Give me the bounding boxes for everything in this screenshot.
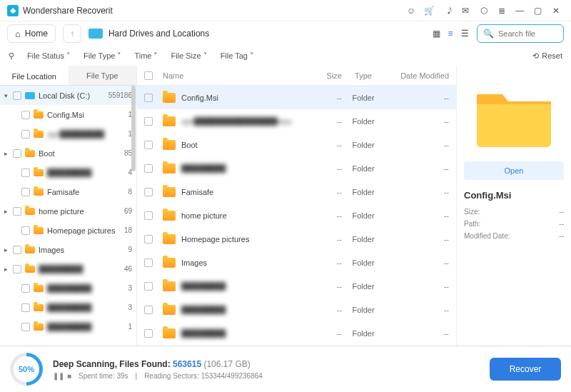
progress-ring: 50% — [10, 353, 43, 386]
filter-icon[interactable]: ⚲ — [9, 51, 14, 61]
view-grid-icon[interactable]: ▦ — [431, 29, 441, 39]
checkbox[interactable] — [21, 303, 30, 312]
recover-button[interactable]: Recover — [490, 358, 561, 381]
row-checkbox[interactable] — [144, 188, 153, 196]
folder-icon — [163, 234, 176, 244]
checkbox[interactable] — [21, 111, 30, 119]
breadcrumb[interactable]: Hard Drives and Locations — [89, 29, 209, 39]
list-row[interactable]: Famisafe--Folder-- — [137, 180, 456, 203]
expand-icon[interactable]: ▸ — [4, 208, 11, 215]
filter-size[interactable]: File Size ˅ — [171, 51, 207, 61]
tree-row[interactable]: ████████3 — [0, 278, 136, 298]
tree-row[interactable]: ▸████████46 — [0, 259, 136, 278]
row-checkbox[interactable] — [144, 117, 153, 126]
home-button[interactable]: ⌂ Home — [7, 24, 56, 43]
tree-row[interactable]: Config.Msi1 — [0, 105, 136, 124]
filter-tag[interactable]: File Tag ˅ — [221, 51, 254, 61]
filter-time[interactable]: Time ˅ — [134, 51, 158, 61]
select-all-checkbox[interactable] — [144, 71, 153, 80]
tree-row[interactable]: ▸home picture69 — [0, 201, 136, 221]
tree-row[interactable]: ▸Images9 — [0, 240, 136, 259]
minimize-icon[interactable]: — — [512, 3, 527, 19]
row-checkbox[interactable] — [144, 258, 153, 267]
list-row[interactable]: Images--Folder-- — [137, 251, 456, 274]
checkbox[interactable] — [21, 130, 30, 139]
list-row[interactable]: ████████--Folder-- — [137, 321, 456, 345]
expand-icon[interactable]: ▸ — [4, 150, 11, 157]
pause-icon[interactable]: ❚❚ — [53, 372, 64, 380]
checkbox[interactable] — [21, 188, 30, 196]
row-date: -- — [385, 235, 449, 243]
list-row[interactable]: Boot--Folder-- — [137, 133, 456, 156]
row-checkbox[interactable] — [144, 94, 153, 102]
col-date[interactable]: Date Modified — [385, 71, 449, 80]
filter-status[interactable]: File Status ˅ — [27, 51, 71, 61]
list-row[interactable]: Config.Msi--Folder-- — [137, 86, 456, 109]
cart-icon[interactable]: 🛒 — [422, 3, 438, 19]
col-name[interactable]: Name — [163, 71, 306, 80]
tree-row[interactable]: ████████3 — [0, 298, 136, 317]
scrollbar-thumb[interactable] — [131, 86, 136, 171]
row-checkbox[interactable] — [144, 282, 153, 291]
maximize-icon[interactable]: ▢ — [530, 3, 546, 19]
row-checkbox[interactable] — [144, 329, 153, 338]
folder-icon — [163, 281, 176, 291]
tree-row[interactable]: ▸Boot85 — [0, 144, 136, 163]
search-input[interactable] — [498, 29, 555, 38]
filter-type[interactable]: File Type ˅ — [84, 51, 121, 61]
folder-icon — [163, 328, 176, 338]
tree-row[interactable]: ████████4 — [0, 163, 136, 182]
tree-row[interactable]: Homepage pictures18 — [0, 221, 136, 240]
view-compact-icon[interactable]: ☰ — [460, 29, 470, 39]
scrollbar[interactable] — [131, 86, 136, 346]
mail-icon[interactable]: ✉ — [458, 3, 473, 19]
checkbox[interactable] — [21, 169, 30, 177]
row-name: Boot — [181, 141, 306, 149]
tab-file-type[interactable]: File Type — [69, 66, 137, 85]
tree-row[interactable]: ▾Local Disk (C:)559186 — [0, 86, 136, 105]
row-checkbox[interactable] — [144, 306, 153, 314]
cube-icon[interactable]: ⬡ — [476, 3, 492, 19]
tree-row[interactable]: vpn████████1 — [0, 124, 136, 144]
expand-icon[interactable]: ▸ — [4, 266, 11, 273]
close-icon[interactable]: ✕ — [548, 3, 564, 19]
row-type: Folder — [342, 306, 385, 314]
row-checkbox[interactable] — [144, 141, 153, 149]
expand-icon[interactable]: ▾ — [4, 92, 11, 99]
checkbox[interactable] — [13, 265, 21, 273]
checkbox[interactable] — [21, 226, 30, 235]
tree-label: home picture — [39, 207, 121, 216]
list-row[interactable]: ████████--Folder-- — [137, 298, 456, 321]
list-icon[interactable]: ≣ — [494, 3, 510, 19]
up-button[interactable]: ↑ — [63, 24, 81, 43]
headset-icon[interactable]: 𝅘𝅥𝅮 — [440, 3, 455, 19]
tree-label: ████████ — [47, 303, 125, 312]
tree-row[interactable]: Famisafe8 — [0, 182, 136, 201]
row-date: -- — [385, 188, 449, 196]
list-row[interactable]: Homepage pictures--Folder-- — [137, 227, 456, 251]
checkbox[interactable] — [13, 91, 21, 100]
row-checkbox[interactable] — [144, 164, 153, 173]
open-button[interactable]: Open — [464, 161, 564, 180]
search-box[interactable]: 🔍 — [477, 24, 564, 43]
tab-file-location[interactable]: File Location — [0, 66, 69, 85]
stop-icon[interactable]: ■ — [67, 372, 71, 380]
list-row[interactable]: ████████--Folder-- — [137, 274, 456, 298]
checkbox[interactable] — [13, 149, 21, 158]
expand-icon[interactable]: ▸ — [4, 246, 11, 253]
checkbox[interactable] — [21, 284, 30, 293]
col-type[interactable]: Type — [342, 71, 385, 80]
tree-row[interactable]: ████████1 — [0, 317, 136, 336]
reset-button[interactable]: ⟲Reset — [532, 51, 562, 61]
checkbox[interactable] — [13, 246, 21, 254]
account-icon[interactable]: ☺ — [403, 3, 419, 19]
col-size[interactable]: Size — [306, 71, 342, 80]
list-row[interactable]: ████████--Folder-- — [137, 156, 456, 180]
list-row[interactable]: home picture--Folder-- — [137, 203, 456, 227]
row-checkbox[interactable] — [144, 211, 153, 220]
view-list-icon[interactable]: ≡ — [445, 29, 455, 39]
row-checkbox[interactable] — [144, 235, 153, 243]
checkbox[interactable] — [13, 207, 21, 216]
list-row[interactable]: vpn███████████████wos--Folder-- — [137, 109, 456, 133]
checkbox[interactable] — [21, 323, 30, 331]
